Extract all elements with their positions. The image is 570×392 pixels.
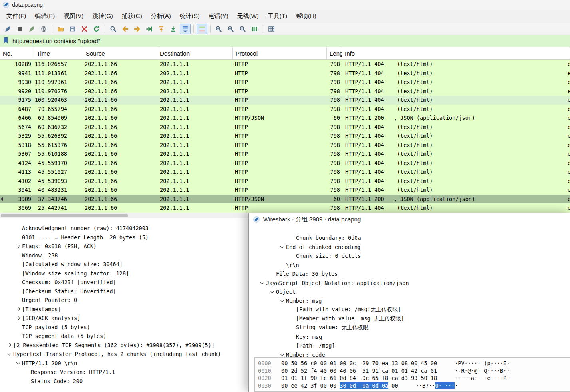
tree-item[interactable]: Response Version: HTTP/1.1: [0, 368, 248, 377]
column-header-time[interactable]: Time: [34, 47, 83, 59]
chevron-right-icon[interactable]: [14, 245, 22, 248]
packet-row-9920[interactable]: 9920110.970276202.1.1.66202.1.1.1HTTP798…: [0, 87, 570, 96]
zoom-reset-button[interactable]: [237, 24, 248, 34]
chevron-right-icon[interactable]: [6, 344, 13, 346]
hex-row-0020[interactable]: 002001 01 1f 90 fc 61 0d 84 9c 65 f8 ca …: [258, 374, 570, 382]
packet-row-10289[interactable]: 10289116.026557202.1.1.66202.1.1.1HTTP79…: [0, 60, 570, 69]
packet-row-6466[interactable]: 646669.854909202.1.1.66202.1.1.1HTTP/JSO…: [0, 113, 570, 123]
zoom-in-button[interactable]: [213, 24, 224, 34]
tree-item[interactable]: String value: 无上传权限: [249, 323, 570, 332]
popup-title-bar[interactable]: Wireshark · 分组 3909 · data.pcapng: [249, 213, 570, 225]
column-header-no[interactable]: No.: [0, 47, 34, 59]
tree-item[interactable]: [Calculated window size: 30464]: [0, 260, 248, 269]
tree-item[interactable]: [Path with value: /msg:无上传权限]: [249, 305, 570, 314]
tree-item[interactable]: [Checksum Status: Unverified]: [0, 287, 248, 296]
zoom-out-button[interactable]: [225, 24, 236, 34]
packet-row-4102[interactable]: 410245.539093202.1.1.66202.1.1.1HTTP798H…: [0, 177, 570, 186]
packet-row-5674[interactable]: 567460.636732202.1.1.66202.1.1.1HTTP798H…: [0, 123, 570, 132]
colorize-button[interactable]: [197, 24, 207, 34]
chevron-down-icon[interactable]: [278, 246, 286, 248]
columns-pref-button[interactable]: [266, 24, 277, 34]
capture-options-button[interactable]: [38, 24, 49, 34]
go-top-button[interactable]: [156, 24, 167, 34]
hex-row-0000[interactable]: 000000 50 56 c0 00 01 00 0c 29 70 ea 13 …: [258, 360, 570, 367]
menu-item-7[interactable]: 电话(Y): [204, 10, 233, 22]
go-forward-button[interactable]: [132, 24, 143, 34]
packet-row-5318[interactable]: 531855.615376202.1.1.66202.1.1.1HTTP798H…: [0, 141, 570, 150]
menu-item-5[interactable]: 分析(A): [147, 10, 175, 22]
column-header-protocol[interactable]: Protocol: [233, 47, 327, 59]
tree-item[interactable]: Chunk boundary: 0d0a: [249, 233, 570, 243]
chevron-right-icon[interactable]: [14, 317, 22, 320]
resize-columns-button[interactable]: [249, 24, 260, 34]
packet-row-9941[interactable]: 9941111.013361202.1.1.66202.1.1.1HTTP798…: [0, 69, 570, 78]
menu-item-1[interactable]: 编辑(E): [30, 10, 59, 22]
hex-row-0010[interactable]: 001000 2d 52 f4 40 00 40 06 51 91 ca 01 …: [258, 367, 570, 375]
packet-row-5307[interactable]: 530755.610188202.1.1.66202.1.1.1HTTP798H…: [0, 149, 570, 159]
tree-item[interactable]: [2 Reassembled TCP Segments (362 bytes):…: [0, 341, 248, 350]
tree-item[interactable]: Urgent Pointer: 0: [0, 296, 248, 305]
tree-item[interactable]: 0101 .... = Header Length: 20 bytes (5): [0, 233, 248, 242]
chevron-right-icon[interactable]: [14, 308, 22, 310]
column-header-source[interactable]: Source: [83, 47, 157, 59]
menu-item-0[interactable]: 文件(F): [2, 10, 30, 22]
tree-item[interactable]: JavaScript Object Notation: application/…: [249, 279, 570, 288]
chevron-down-icon[interactable]: [6, 353, 13, 355]
scrollbar-thumb[interactable]: [1, 214, 128, 217]
tree-item[interactable]: [Timestamps]: [0, 305, 248, 314]
auto-scroll-button[interactable]: [180, 24, 191, 34]
packet-row-3909[interactable]: 390937.343746202.1.1.66202.1.1.1HTTP/JSO…: [0, 195, 570, 204]
chevron-down-icon[interactable]: [258, 282, 266, 284]
packet-row-4124[interactable]: 412445.559170202.1.1.66202.1.1.1HTTP798H…: [0, 159, 570, 168]
menu-item-9[interactable]: 工具(T): [263, 10, 292, 22]
tree-item[interactable]: Status Code: 200: [0, 377, 248, 386]
packet-row-4113[interactable]: 411345.551027202.1.1.66202.1.1.1HTTP798H…: [0, 167, 570, 177]
close-file-button[interactable]: [79, 24, 90, 34]
capture-start-button[interactable]: [2, 24, 13, 34]
column-header-destination[interactable]: Destination: [157, 47, 233, 59]
chevron-down-icon[interactable]: [278, 354, 286, 356]
menu-item-8[interactable]: 无线(W): [233, 10, 263, 22]
menu-item-2[interactable]: 视图(V): [59, 10, 88, 22]
filter-bar[interactable]: http.request.uri contains "upload": [0, 35, 570, 47]
tree-item[interactable]: TCP segment data (5 bytes): [0, 332, 248, 341]
menu-item-3[interactable]: 跳转(G): [88, 10, 117, 22]
hex-row-0030[interactable]: 003000 ee 42 3f 00 00 30 0d 0a 0d 0a 00·…: [258, 382, 570, 390]
packet-row-5329[interactable]: 532955.626392202.1.1.66202.1.1.1HTTP798H…: [0, 131, 570, 141]
reload-button[interactable]: [91, 24, 102, 34]
tree-item[interactable]: End of chunked encoding: [249, 243, 570, 252]
tree-item[interactable]: Chunk size: 0 octets: [249, 251, 570, 261]
packet-row-3069[interactable]: 306925.442741202.1.1.66202.1.1.1HTTP798H…: [0, 203, 570, 213]
go-to-packet-button[interactable]: [144, 24, 155, 34]
tree-item[interactable]: HTTP/1.1 200 \r\n: [0, 359, 248, 368]
go-bottom-button[interactable]: [168, 24, 179, 34]
tree-item[interactable]: Checksum: 0x423f [unverified]: [0, 278, 248, 287]
chevron-down-icon[interactable]: [278, 300, 286, 302]
filter-input[interactable]: http.request.uri contains "upload": [12, 38, 100, 44]
capture-restart-button[interactable]: [26, 24, 37, 34]
open-file-button[interactable]: [55, 24, 66, 34]
filter-bookmark-icon[interactable]: [3, 37, 9, 46]
packet-row-9930[interactable]: 9930110.997361202.1.1.66202.1.1.1HTTP798…: [0, 78, 570, 87]
menu-item-6[interactable]: 统计(S): [175, 10, 204, 22]
tree-item[interactable]: Flags: 0x018 (PSH, ACK): [0, 242, 248, 251]
column-header-lengt[interactable]: Lengt: [327, 47, 342, 59]
tree-item[interactable]: TCP payload (5 bytes): [0, 323, 248, 332]
packet-row-9175[interactable]: 9175100.920463202.1.1.66202.1.1.1HTTP798…: [0, 96, 570, 105]
capture-stop-button[interactable]: [14, 24, 25, 34]
go-back-button[interactable]: [120, 24, 131, 34]
chevron-down-icon[interactable]: [14, 362, 22, 364]
tree-item[interactable]: [Member with value: msg:无上传权限]: [249, 314, 570, 324]
find-packet-button[interactable]: [108, 24, 119, 34]
packet-row-6487[interactable]: 648770.655794202.1.1.66202.1.1.1HTTP798H…: [0, 105, 570, 114]
tree-item[interactable]: Key: msg: [249, 332, 570, 342]
menu-item-10[interactable]: 帮助(H): [292, 10, 321, 22]
tree-item[interactable]: Window: 238: [0, 251, 248, 260]
tree-item[interactable]: Object: [249, 287, 570, 296]
tree-item[interactable]: Member: msg: [249, 296, 570, 306]
tree-item[interactable]: File Data: 36 bytes: [249, 269, 570, 279]
packet-row-3941[interactable]: 394140.483231202.1.1.66202.1.1.1HTTP798H…: [0, 185, 570, 195]
tree-item[interactable]: [Path: /msg]: [249, 341, 570, 350]
tree-item[interactable]: \r\n: [249, 261, 570, 270]
tree-item[interactable]: Hypertext Transfer Protocol, has 2 chunk…: [0, 350, 248, 359]
